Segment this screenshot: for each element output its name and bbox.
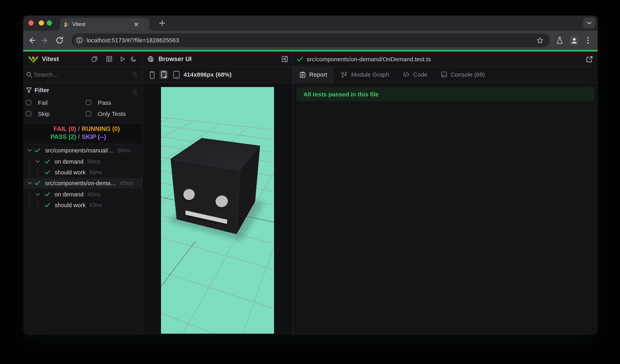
test-duration: 55ms bbox=[89, 169, 102, 175]
preview-iframe[interactable] bbox=[161, 87, 274, 334]
pass-count: PASS (2) bbox=[40, 133, 76, 141]
pass-check-icon bbox=[45, 203, 50, 207]
clear-filter-icon[interactable] bbox=[132, 89, 138, 95]
panel-right-open-icon[interactable] bbox=[282, 56, 288, 62]
tab-console-69[interactable]: Console (69) bbox=[434, 67, 492, 83]
test-duration: 43ms bbox=[87, 191, 100, 197]
tab-module-graph[interactable]: Module Graph bbox=[334, 67, 396, 83]
checkbox-skip[interactable] bbox=[26, 111, 31, 116]
test-tree-row[interactable]: on demand56ms bbox=[23, 156, 142, 167]
dark-mode-moon-icon[interactable] bbox=[131, 56, 136, 62]
browser-tab[interactable]: Vitest bbox=[60, 18, 149, 31]
check-icon bbox=[297, 56, 303, 62]
pass-check-icon bbox=[45, 192, 50, 197]
clear-search-filter-icon[interactable] bbox=[132, 72, 138, 78]
window-close-button[interactable] bbox=[29, 20, 34, 26]
experiments-flask-icon[interactable] bbox=[555, 36, 564, 45]
checkbox-only-tests[interactable] bbox=[86, 111, 91, 116]
test-tree-row[interactable]: should work43ms bbox=[23, 200, 142, 211]
checkbox-pass-label[interactable]: Pass bbox=[98, 99, 111, 106]
smartphone-icon[interactable] bbox=[149, 71, 155, 79]
test-label[interactable]: should work bbox=[55, 169, 86, 176]
search-input[interactable] bbox=[34, 67, 114, 83]
checkbox-only-tests-label[interactable]: Only Tests bbox=[98, 110, 126, 117]
test-tree: src/components/manual/…56ms on demand56m… bbox=[23, 145, 142, 211]
sidebar: Vitest bbox=[23, 51, 142, 335]
checkbox-fail[interactable] bbox=[26, 100, 31, 105]
smartphone-active-button[interactable] bbox=[159, 71, 168, 79]
test-label[interactable]: src/components/manual/… bbox=[45, 147, 114, 154]
reload-icon[interactable] bbox=[55, 36, 64, 45]
preview-header: Browser UI bbox=[142, 51, 293, 67]
device-toolbar: 414x896px (68%) bbox=[142, 67, 293, 83]
pass-check-icon bbox=[35, 148, 40, 153]
chevron-down-icon[interactable] bbox=[35, 193, 40, 196]
tab-close-icon[interactable] bbox=[133, 22, 139, 27]
search-icon bbox=[26, 72, 32, 78]
code-icon bbox=[403, 72, 409, 77]
chevron-down-icon[interactable] bbox=[35, 160, 40, 163]
chevron-down-icon[interactable] bbox=[27, 182, 32, 185]
tree-indent-guide bbox=[37, 168, 38, 178]
viewport-size-label[interactable]: 414x896px (68%) bbox=[184, 67, 232, 83]
chevron-down-icon[interactable] bbox=[27, 149, 32, 152]
page-accent-line bbox=[23, 50, 597, 51]
filter-funnel-icon bbox=[26, 87, 32, 93]
external-link-icon[interactable] bbox=[586, 56, 593, 63]
tab-label: Module Graph bbox=[351, 71, 389, 78]
test-label[interactable]: on demand bbox=[55, 158, 83, 165]
banner-text: All tests passed in this file bbox=[303, 91, 379, 97]
search-row bbox=[23, 67, 142, 83]
profile-avatar-icon[interactable] bbox=[569, 35, 579, 45]
dock-panel-icon[interactable] bbox=[91, 56, 97, 62]
filter-section: Filter Fail Pass Skip bbox=[23, 85, 142, 119]
checkbox-skip-label[interactable]: Skip bbox=[38, 110, 49, 117]
test-label[interactable]: should work bbox=[55, 202, 86, 208]
checkbox-pass[interactable] bbox=[86, 100, 91, 105]
test-duration: 56ms bbox=[87, 159, 100, 164]
test-tree-row[interactable]: src/components/manual/…56ms bbox=[23, 145, 142, 156]
pass-check-icon bbox=[45, 159, 50, 164]
window-minimize-button[interactable] bbox=[39, 20, 44, 26]
console-panel-icon bbox=[441, 72, 447, 78]
test-tree-row[interactable]: on demand43ms bbox=[23, 189, 142, 200]
menu-kebab-icon[interactable] bbox=[586, 36, 589, 45]
tab-label: Code bbox=[413, 71, 427, 78]
tab-code[interactable]: Code bbox=[396, 67, 434, 83]
fail-count: FAIL (0) bbox=[40, 125, 76, 133]
run-all-icon[interactable] bbox=[120, 56, 125, 62]
tab-title: Vitest bbox=[72, 18, 85, 31]
browser-toolbar: localhost:5173/#/?file=1828625563 bbox=[23, 31, 597, 50]
summary-separator: / bbox=[76, 133, 82, 141]
inspector-tabs-row: ReportModule GraphCodeConsole (69) bbox=[293, 67, 597, 83]
bookmark-star-icon[interactable] bbox=[536, 37, 544, 44]
tree-indent-guide bbox=[29, 157, 30, 178]
test-label[interactable]: on demand bbox=[55, 191, 83, 198]
tab-label: Report bbox=[309, 71, 327, 78]
vitest-logo-icon bbox=[28, 54, 39, 65]
inspector-tabs: ReportModule GraphCodeConsole (69) bbox=[293, 67, 597, 83]
tablet-icon[interactable] bbox=[173, 71, 180, 79]
site-info-icon[interactable] bbox=[74, 34, 85, 46]
back-icon[interactable] bbox=[27, 36, 36, 45]
test-tree-row[interactable]: src/components/on-dema…43ms bbox=[23, 178, 142, 189]
url-text[interactable]: localhost:5173/#/?file=1828625563 bbox=[87, 33, 179, 47]
report-clipboard-icon bbox=[300, 72, 306, 78]
test-tree-row[interactable]: should work55ms bbox=[23, 167, 142, 178]
checkbox-fail-label[interactable]: Fail bbox=[38, 99, 47, 106]
test-label[interactable]: src/components/on-dema… bbox=[45, 180, 116, 187]
summary-separator: / bbox=[76, 125, 82, 133]
app-title: Vitest bbox=[42, 55, 59, 62]
new-tab-icon[interactable] bbox=[158, 20, 166, 27]
preview-panel: Browser UI 414x896px (68%) bbox=[142, 51, 293, 335]
window-zoom-button[interactable] bbox=[47, 20, 52, 26]
tab-report[interactable]: Report bbox=[293, 67, 334, 83]
tab-search-chevron-icon[interactable] bbox=[583, 17, 595, 28]
vitest-favicon bbox=[63, 21, 70, 28]
dashboard-icon[interactable] bbox=[106, 56, 112, 62]
tree-indent-guide bbox=[29, 190, 30, 211]
globe-icon bbox=[147, 56, 154, 62]
test-duration: 43ms bbox=[120, 180, 133, 186]
forward-icon[interactable] bbox=[41, 36, 49, 45]
address-bar[interactable]: localhost:5173/#/?file=1828625563 bbox=[72, 33, 550, 47]
